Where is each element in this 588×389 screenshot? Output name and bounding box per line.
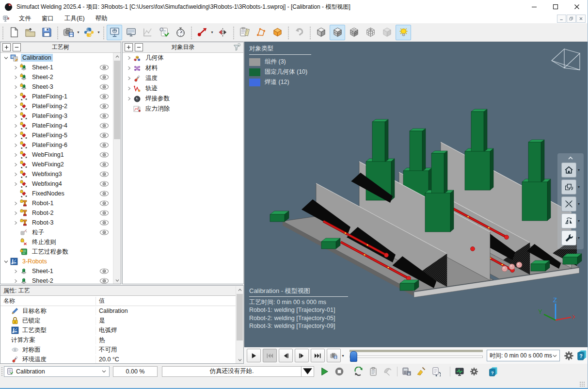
monitoring-view-button[interactable] xyxy=(123,25,139,40)
export-image-button[interactable] xyxy=(61,25,76,40)
tree-item-Webfixing4[interactable]: Webfixing4 xyxy=(0,179,113,189)
stop-simulation-button[interactable] xyxy=(333,366,346,377)
eye-icon[interactable] xyxy=(99,191,109,197)
collapse-all-button[interactable] xyxy=(13,43,21,51)
tree-item-3-Robots[interactable]: 3-Robots xyxy=(0,257,113,266)
catalog-item-应力消除[interactable]: 应力消除 xyxy=(123,104,243,114)
settings-button[interactable] xyxy=(468,366,480,377)
expand-all-button[interactable] xyxy=(125,43,133,51)
chevron-right-icon[interactable] xyxy=(11,85,20,89)
scroll-down-icon[interactable] xyxy=(236,356,243,363)
eye-icon[interactable] xyxy=(99,84,109,90)
eye-icon[interactable] xyxy=(99,123,109,129)
mdi-restore-button[interactable] xyxy=(567,15,576,23)
chevron-down-icon[interactable]: ▾ xyxy=(96,30,101,34)
chevron-right-icon[interactable] xyxy=(125,76,133,81)
capture-animation-button[interactable]: ▾ xyxy=(327,349,341,362)
chevron-down-icon[interactable]: ▾ xyxy=(578,168,580,172)
menu-帮助[interactable]: 帮助 xyxy=(90,15,113,23)
standard-views-button[interactable] xyxy=(561,179,576,194)
chevron-down-icon[interactable]: ▾ xyxy=(578,236,580,240)
tree-item-Robot-2[interactable]: Robot-2 xyxy=(0,208,113,218)
skip-to-end-button[interactable] xyxy=(311,349,325,362)
open-project-button[interactable] xyxy=(22,25,38,40)
polygon-tool-button[interactable] xyxy=(253,25,269,40)
tree-item-WebFixing1[interactable]: WebFixing1 xyxy=(0,150,113,160)
chevron-down-icon[interactable]: ▾ xyxy=(578,219,580,223)
filter-icon[interactable] xyxy=(233,43,240,51)
mdi-minimize-button[interactable] xyxy=(557,15,566,23)
chevron-right-icon[interactable] xyxy=(11,65,20,70)
catalog-item-材料[interactable]: 材料 xyxy=(123,63,243,73)
help-button[interactable]: ? xyxy=(487,366,500,377)
catalog-item-轨迹[interactable]: 轨迹 xyxy=(123,83,243,94)
chevron-right-icon[interactable] xyxy=(11,95,20,99)
eye-icon[interactable] xyxy=(99,268,109,275)
chevron-down-icon[interactable]: ▾ xyxy=(76,30,80,34)
eye-icon[interactable] xyxy=(99,142,109,148)
menu-工具(E)[interactable]: 工具(E) xyxy=(59,15,90,23)
chevron-right-icon[interactable] xyxy=(125,86,133,91)
chevron-right-icon[interactable] xyxy=(11,162,20,167)
chevron-right-icon[interactable] xyxy=(11,153,20,157)
resize-grip[interactable] xyxy=(579,381,585,387)
tree-item-Robot-1[interactable]: Robot-1 xyxy=(0,198,113,208)
solid-tool-button[interactable] xyxy=(270,25,285,40)
collapse-all-button[interactable] xyxy=(135,43,143,51)
eye-icon[interactable] xyxy=(99,162,109,168)
chevron-right-icon[interactable] xyxy=(11,221,20,225)
tree-item-PlateFixing-1[interactable]: PlateFixing-1 xyxy=(0,92,113,101)
eye-icon[interactable] xyxy=(99,220,109,226)
eye-icon[interactable] xyxy=(99,113,109,119)
home-view-button[interactable] xyxy=(561,162,576,178)
tree-item-Sheet-2[interactable]: Sheet-2 xyxy=(0,276,113,284)
chevron-up-icon[interactable] xyxy=(557,154,584,162)
menu-窗口[interactable]: 窗口 xyxy=(36,15,59,23)
menu-文件[interactable]: 文件 xyxy=(14,15,36,23)
status-expand-button[interactable] xyxy=(302,366,314,377)
tree-item-PlateFixing-2[interactable]: PlateFixing-2 xyxy=(0,101,113,111)
timeline-slider[interactable] xyxy=(350,349,483,362)
chevron-right-icon[interactable] xyxy=(11,104,20,109)
minimize-button[interactable] xyxy=(524,0,545,14)
animation-settings-button[interactable] xyxy=(562,349,575,362)
chevron-right-icon[interactable] xyxy=(11,143,20,147)
tree-item-Sheet-1[interactable]: Sheet-1 xyxy=(0,63,113,72)
chevron-right-icon[interactable] xyxy=(11,114,20,118)
chevron-down-icon[interactable]: ▾ xyxy=(578,185,580,189)
chevron-down-icon[interactable] xyxy=(1,56,10,60)
chevron-right-icon[interactable] xyxy=(11,211,20,215)
tree-item-WebFixing2[interactable]: WebFixing2 xyxy=(0,160,113,169)
mirror-tool-button[interactable] xyxy=(215,25,230,40)
restore-results-button[interactable] xyxy=(429,366,442,377)
scroll-down-icon[interactable] xyxy=(113,276,121,284)
eye-icon[interactable] xyxy=(99,229,109,236)
process-select[interactable]: Calibration xyxy=(4,366,110,377)
eye-icon[interactable] xyxy=(99,103,109,110)
properties-scrollbar[interactable] xyxy=(236,286,243,363)
display-mesh-button[interactable] xyxy=(346,25,362,40)
catalog-item-几何体[interactable]: 几何体 xyxy=(123,53,243,63)
tree-item-PlateFixing-5[interactable]: PlateFixing-5 xyxy=(0,130,113,140)
catalog-item-温度[interactable]: 温度 xyxy=(123,73,243,83)
display-cut-button[interactable] xyxy=(330,25,345,40)
solver-manager-button[interactable] xyxy=(400,366,413,377)
chevron-right-icon[interactable] xyxy=(125,97,133,101)
eye-icon[interactable] xyxy=(99,94,109,100)
chevron-right-icon[interactable] xyxy=(11,269,20,274)
tree-item-Webfixing3[interactable]: Webfixing3 xyxy=(0,169,113,179)
eye-icon[interactable] xyxy=(99,65,109,71)
tree-item-PlateFixing-3[interactable]: PlateFixing-3 xyxy=(0,111,113,121)
close-button[interactable] xyxy=(566,0,588,14)
chevron-down-icon[interactable]: ▾ xyxy=(578,202,580,206)
eye-icon[interactable] xyxy=(99,210,109,216)
rotation-view-button[interactable] xyxy=(561,213,576,228)
view-tools-button[interactable] xyxy=(561,230,576,245)
system-monitor-button[interactable] xyxy=(453,366,466,377)
chevron-down-icon[interactable] xyxy=(1,259,10,264)
tree-scrollbar[interactable] xyxy=(113,53,121,284)
tree-item-粒子[interactable]: 粒子 xyxy=(0,227,113,237)
display-solid-button[interactable] xyxy=(313,25,329,40)
scroll-up-icon[interactable] xyxy=(236,286,243,293)
eye-icon[interactable] xyxy=(99,171,109,178)
